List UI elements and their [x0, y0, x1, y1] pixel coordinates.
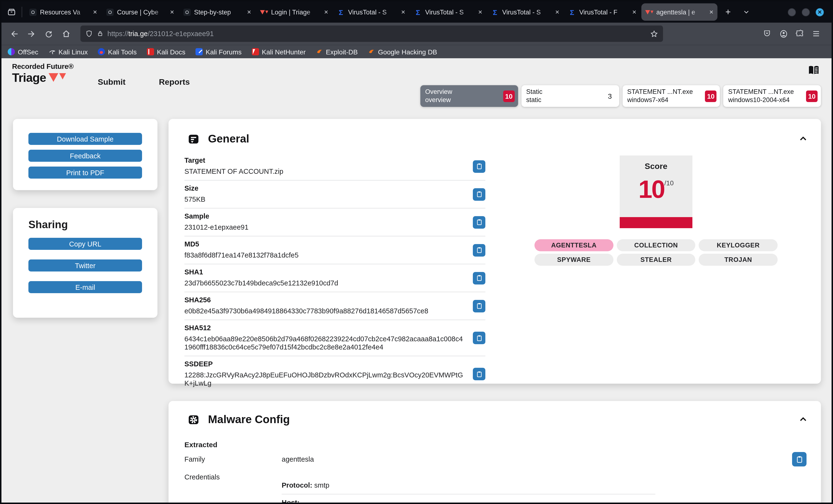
- window-controls: ✕: [788, 8, 829, 16]
- extensions-puzzle-icon[interactable]: [793, 27, 807, 41]
- bookmark-kali-nethunter[interactable]: Kali NetHunter: [252, 48, 306, 55]
- report-tab-static[interactable]: Staticstatic 3: [521, 85, 619, 107]
- browser-tab-2[interactable]: Course | Cybe ✕: [102, 3, 178, 21]
- copy-clipboard-button[interactable]: [473, 160, 485, 173]
- copy-clipboard-button[interactable]: [473, 188, 485, 200]
- report-tab-windows10[interactable]: STATEMENT ...NT.exewindows10-2004-x64 10: [723, 85, 821, 107]
- maximize-button[interactable]: [802, 8, 810, 16]
- close-window-button[interactable]: ✕: [816, 8, 824, 16]
- shield-icon[interactable]: [85, 30, 93, 38]
- email-button[interactable]: E-mail: [28, 281, 142, 293]
- tag-spyware[interactable]: SPYWARE: [534, 254, 613, 266]
- field-row-target: Target STATEMENT OF ACCOUNT.zip: [184, 152, 485, 181]
- tag-agenttesla[interactable]: AGENTTESLA: [534, 239, 613, 251]
- bookmark-kali-docs[interactable]: Kali Docs: [147, 48, 185, 55]
- tag-trojan[interactable]: TROJAN: [699, 254, 778, 266]
- browser-toolbar: https://tria.ge/231012-e1epxaee91: [1, 23, 832, 45]
- minimize-button[interactable]: [788, 8, 796, 16]
- docs-book-icon[interactable]: [808, 65, 819, 76]
- copy-clipboard-button[interactable]: [473, 332, 485, 344]
- malware-config-section: Malware Config Extracted Family agenttes…: [168, 401, 821, 503]
- virustotal-icon: Σ: [414, 8, 422, 16]
- bookmark-offsec[interactable]: OffSec: [8, 48, 38, 55]
- field-row-sha1: SHA1 23d7b6655023c7b149bdeca9c5e12132e91…: [184, 264, 485, 292]
- sharing-title: Sharing: [28, 219, 158, 231]
- print-to-pdf-button[interactable]: Print to PDF: [28, 167, 142, 178]
- collapse-chevron-up-icon[interactable]: [798, 414, 808, 425]
- browser-tab-8[interactable]: Σ VirusTotal - F ✕: [564, 3, 640, 21]
- kali-docs-icon: [147, 48, 154, 55]
- score-title: Score: [620, 162, 692, 171]
- close-tab-icon[interactable]: ✕: [324, 9, 328, 15]
- account-icon[interactable]: [777, 27, 790, 41]
- bookmark-exploit-db[interactable]: Exploit-DB: [316, 48, 358, 55]
- field-row-sha512: SHA512 6434c1eb06aa89e220e8506b2d79a468f…: [184, 320, 485, 356]
- browser-tab-active[interactable]: agenttesla | e ✕: [641, 3, 717, 21]
- menu-hamburger-icon[interactable]: [809, 27, 823, 41]
- browser-tab-4[interactable]: Login | Triage ✕: [256, 3, 332, 21]
- report-tab-windows7[interactable]: STATEMENT ...NT.exewindows7-x64 10: [622, 85, 720, 107]
- feedback-button[interactable]: Feedback: [28, 150, 142, 162]
- tag-collection[interactable]: COLLECTION: [617, 239, 695, 251]
- copy-clipboard-button[interactable]: [473, 216, 485, 229]
- tag-keylogger[interactable]: KEYLOGGER: [699, 239, 778, 251]
- copy-clipboard-button[interactable]: [473, 244, 485, 256]
- download-sample-button[interactable]: Download Sample: [28, 133, 142, 145]
- triage-logo[interactable]: Recorded Future® Triage: [12, 62, 74, 84]
- copy-clipboard-button[interactable]: [792, 452, 807, 466]
- count-badge: 3: [604, 90, 616, 102]
- copy-clipboard-button[interactable]: [473, 299, 485, 312]
- bookmark-google-hacking-db[interactable]: Google Hacking DB: [368, 48, 437, 55]
- collapse-chevron-up-icon[interactable]: [798, 133, 808, 144]
- bookmark-kali-tools[interactable]: Kali Tools: [98, 48, 137, 55]
- score-value: 10: [639, 175, 665, 203]
- bookmarks-bar: OffSec Kali Linux Kali Tools Kali Docs K…: [1, 45, 832, 58]
- browser-tab-1[interactable]: Resources Va ✕: [25, 3, 101, 21]
- copy-clipboard-button[interactable]: [473, 368, 485, 380]
- copy-url-button[interactable]: Copy URL: [28, 238, 142, 250]
- close-tab-icon[interactable]: ✕: [170, 9, 174, 15]
- firefox-view-icon[interactable]: [4, 5, 19, 19]
- close-tab-icon[interactable]: ✕: [555, 9, 560, 15]
- browser-tab-3[interactable]: Step-by-step ✕: [179, 3, 255, 21]
- close-tab-icon[interactable]: ✕: [247, 9, 251, 15]
- lock-icon[interactable]: [97, 30, 103, 37]
- report-tab-overview[interactable]: Overviewoverview 10: [420, 85, 518, 107]
- field-row-sha256: SHA256 e0b82e45a3f9730b6a4984918864330c7…: [184, 292, 485, 320]
- general-title: General: [208, 133, 249, 145]
- score-panel: Score 10 /10: [620, 155, 692, 228]
- toolbar-right-icons: [760, 27, 826, 41]
- offsec-icon: [8, 48, 15, 55]
- copy-clipboard-button[interactable]: [473, 272, 485, 284]
- back-button[interactable]: [7, 27, 21, 41]
- browser-tab-7[interactable]: Σ VirusTotal - S ✕: [487, 3, 563, 21]
- tag-stealer[interactable]: STEALER: [617, 254, 695, 266]
- url-bar[interactable]: https://tria.ge/231012-e1epxaee91: [80, 25, 663, 42]
- nav-submit[interactable]: Submit: [98, 77, 125, 87]
- browser-tab-strip: Resources Va ✕ Course | Cybe ✕ Step-by-s…: [1, 1, 832, 23]
- bookmark-kali-forums[interactable]: Kali Forums: [195, 48, 241, 55]
- new-tab-button[interactable]: +: [722, 7, 734, 17]
- extracted-heading: Extracted: [184, 440, 217, 449]
- firefox-window: Resources Va ✕ Course | Cybe ✕ Step-by-s…: [0, 0, 833, 504]
- close-tab-icon[interactable]: ✕: [632, 9, 637, 15]
- bookmark-star-icon[interactable]: [650, 30, 658, 38]
- twitter-button[interactable]: Twitter: [28, 260, 142, 271]
- forward-button[interactable]: [25, 27, 38, 41]
- home-button[interactable]: [59, 27, 73, 41]
- browser-tab-5[interactable]: Σ VirusTotal - S ✕: [333, 3, 409, 21]
- browser-tab-6[interactable]: Σ VirusTotal - S ✕: [410, 3, 486, 21]
- list-all-tabs-icon[interactable]: [742, 8, 750, 16]
- close-tab-icon[interactable]: ✕: [709, 9, 714, 15]
- virustotal-icon: Σ: [491, 8, 499, 16]
- nav-reports[interactable]: Reports: [159, 77, 190, 87]
- general-fields: Target STATEMENT OF ACCOUNT.zip Size 575…: [184, 152, 485, 392]
- pocket-icon[interactable]: [760, 27, 774, 41]
- close-tab-icon[interactable]: ✕: [401, 9, 405, 15]
- field-row-md5: MD5 f83a8f6d8f71ea147e8132f78a1dcfe5: [184, 236, 485, 264]
- kali-dragon-icon: [48, 48, 56, 55]
- close-tab-icon[interactable]: ✕: [478, 9, 482, 15]
- reload-button[interactable]: [42, 27, 55, 41]
- bookmark-kali-linux[interactable]: Kali Linux: [48, 48, 88, 55]
- close-tab-icon[interactable]: ✕: [93, 9, 97, 15]
